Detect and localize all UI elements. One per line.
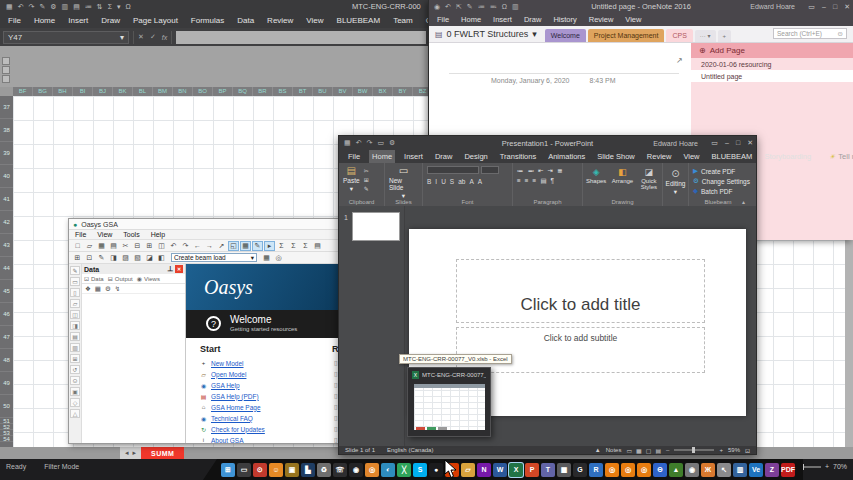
- taskbar-icon[interactable]: ▙: [301, 463, 315, 477]
- gsa-start-link[interactable]: ↻ Check for Updates: [200, 425, 265, 433]
- excel-row-headers[interactable]: 373839404142434445464748495051525354: [0, 96, 13, 447]
- view-mode-icon[interactable]: ▭: [626, 447, 632, 454]
- excel-qat-icon[interactable]: ≔: [85, 3, 92, 11]
- column-header[interactable]: BH: [53, 87, 73, 96]
- excel-ribbon-tab[interactable]: Formulas: [191, 16, 224, 25]
- pin-icon[interactable]: ⊥: [167, 265, 173, 273]
- excel-qat-icon[interactable]: ↶: [18, 3, 24, 11]
- column-header[interactable]: BX: [373, 87, 393, 96]
- data-panel-tab[interactable]: ⊡Data: [84, 275, 104, 282]
- onenote-ribbon-tab[interactable]: View: [625, 15, 641, 24]
- gsa-side-toolbar-icon[interactable]: ▭: [70, 277, 80, 286]
- account-name[interactable]: Edward Hoare: [750, 3, 795, 10]
- gsa-start-link[interactable]: ▤ GSA Help (PDF): [200, 392, 265, 400]
- name-box-caret-icon[interactable]: ▾: [120, 33, 124, 42]
- data-panel-tab[interactable]: ⊟Output: [108, 275, 133, 282]
- paragraph-icon[interactable]: ⇤: [538, 167, 543, 175]
- window-button-icon[interactable]: –: [822, 3, 826, 11]
- view-mode-icon[interactable]: ▦: [636, 447, 642, 454]
- data-panel-tool-icon[interactable]: ↯: [115, 285, 120, 293]
- fit-slide-icon[interactable]: ⊡: [745, 447, 750, 454]
- excel-ribbon-tab[interactable]: Team: [393, 16, 413, 25]
- taskbar-icon[interactable]: ☏: [333, 463, 347, 477]
- outline-level-buttons[interactable]: [2, 57, 10, 83]
- font-name-combobox[interactable]: [427, 166, 479, 174]
- expand-icon[interactable]: ↗: [676, 56, 683, 65]
- gsa-start-link[interactable]: + New Model: [200, 359, 265, 367]
- powerpoint-ribbon-tab[interactable]: Review: [644, 150, 675, 163]
- row-header[interactable]: 37: [0, 96, 13, 119]
- onenote-ribbon-tab[interactable]: Review: [589, 15, 614, 24]
- data-panel-tool-icon[interactable]: ⚙: [105, 285, 111, 293]
- bluebeam-button[interactable]: ▶ Create PDF: [693, 167, 743, 175]
- gsa-side-toolbar-icon[interactable]: ▥: [70, 343, 80, 352]
- row-header[interactable]: 45: [0, 280, 13, 303]
- row-header[interactable]: 50: [0, 395, 13, 418]
- excel-ribbon-tab[interactable]: Home: [34, 16, 55, 25]
- excel-ribbon-tab[interactable]: Insert: [68, 16, 88, 25]
- gsa-toolbar-icon[interactable]: ▦: [96, 241, 107, 251]
- gsa-toolbar-icon[interactable]: ▧: [132, 253, 143, 263]
- onenote-ribbon-tab[interactable]: File: [437, 15, 449, 24]
- paste-button[interactable]: ▤ Paste ▾: [341, 165, 362, 193]
- excel-ribbon-tab[interactable]: Page Layout: [133, 16, 178, 25]
- gsa-side-toolbar-icon[interactable]: ◇: [70, 398, 80, 407]
- row-header[interactable]: 49: [0, 372, 13, 395]
- excel-ribbon-tab[interactable]: File: [8, 16, 21, 25]
- create-beam-load-combobox[interactable]: Create beam load ▾: [171, 253, 257, 262]
- taskbar-icon[interactable]: ◉: [349, 463, 363, 477]
- gsa-toolbar-icon[interactable]: ⊞: [144, 241, 155, 251]
- formula-cancel-icon[interactable]: ✕: [138, 33, 144, 41]
- insert-function-icon[interactable]: fx: [162, 34, 167, 41]
- powerpoint-ribbon-tab[interactable]: File: [345, 150, 363, 163]
- taskbar-icon[interactable]: Z: [765, 463, 779, 477]
- gsa-side-toolbar-icon[interactable]: ⊞: [70, 354, 80, 363]
- view-mode-icon[interactable]: ▤: [655, 447, 661, 454]
- row-header[interactable]: 38: [0, 119, 13, 142]
- slide-thumbnail[interactable]: [352, 212, 400, 241]
- excel-ribbon-tab[interactable]: BLUEBEAM: [337, 16, 381, 25]
- gsa-toolbar-icon[interactable]: ⊞: [72, 253, 83, 263]
- window-button-icon[interactable]: ✕: [747, 139, 753, 147]
- excel-qat-icon[interactable]: Σ: [108, 3, 112, 11]
- gsa-menu-item[interactable]: File: [75, 231, 86, 238]
- taskbar-icon[interactable]: PDF: [781, 463, 795, 477]
- window-button-icon[interactable]: ✕: [844, 3, 850, 11]
- font-size-combobox[interactable]: [481, 166, 499, 174]
- row-header[interactable]: 42: [0, 211, 13, 234]
- zoom-in-icon[interactable]: +: [825, 463, 829, 470]
- excel-qat-icon[interactable]: ⚙: [50, 3, 56, 11]
- gsa-toolbar-icon[interactable]: ◪: [144, 253, 155, 263]
- taskbar-icon[interactable]: ●: [429, 463, 443, 477]
- view-mode-icon[interactable]: ▢: [646, 447, 652, 454]
- taskbar-icon[interactable]: X: [509, 463, 523, 477]
- gsa-side-toolbar-icon[interactable]: △: [70, 409, 80, 418]
- paragraph-icon[interactable]: ⇥: [547, 167, 552, 175]
- section-tab[interactable]: Project Management: [588, 29, 665, 42]
- section-overflow-tab[interactable]: ··· ▾: [695, 30, 716, 42]
- gsa-start-link[interactable]: ⌂ GSA Home Page: [200, 403, 265, 411]
- excel-qat-icon[interactable]: ↷: [29, 3, 35, 11]
- gsa-toolbar-icon[interactable]: ↶: [168, 241, 179, 251]
- window-button-icon[interactable]: ▭: [808, 3, 815, 11]
- taskbar-icon[interactable]: Ve: [749, 463, 763, 477]
- font-format-icon[interactable]: I: [435, 178, 437, 185]
- close-panel-icon[interactable]: ✕: [175, 265, 183, 273]
- taskbar-icon[interactable]: ◎: [621, 463, 635, 477]
- taskbar-icon[interactable]: ▦: [557, 463, 571, 477]
- onenote-ribbon-tab[interactable]: Home: [461, 15, 481, 24]
- row-header[interactable]: 41: [0, 188, 13, 211]
- taskbar-icon[interactable]: ⊙: [253, 463, 267, 477]
- gsa-toolbar-icon[interactable]: Σ: [300, 241, 311, 251]
- taskbar-icon[interactable]: N: [477, 463, 491, 477]
- gsa-menu-item[interactable]: Help: [151, 231, 165, 238]
- taskbar-icon[interactable]: ☺: [269, 463, 283, 477]
- gsa-toolbar-icon[interactable]: □: [72, 241, 83, 251]
- gsa-start-link[interactable]: ▱ Open Model: [200, 370, 265, 378]
- taskbar-icon[interactable]: ◎: [605, 463, 619, 477]
- gsa-toolbar-icon[interactable]: ▦: [261, 253, 272, 263]
- notes-toggle[interactable]: Notes: [606, 447, 622, 453]
- column-header[interactable]: BQ: [233, 87, 253, 96]
- column-header[interactable]: BU: [313, 87, 333, 96]
- excel-qat-icon[interactable]: ▾: [117, 3, 121, 11]
